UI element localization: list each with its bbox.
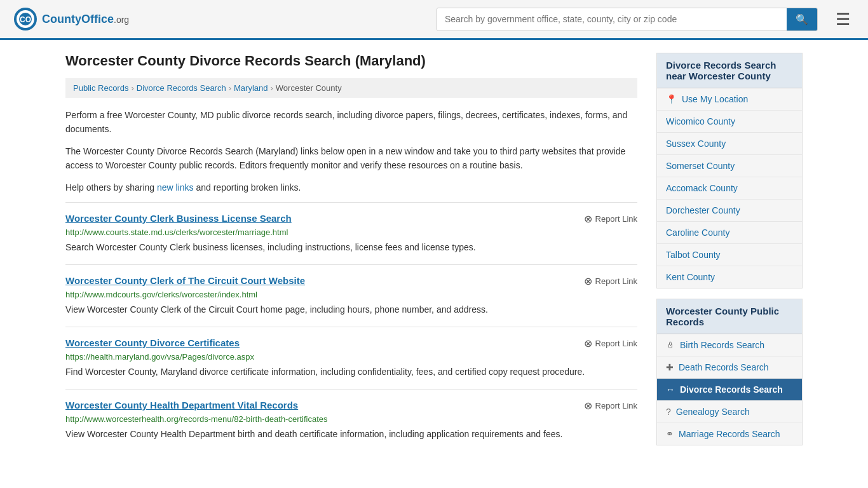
result-url-0[interactable]: http://www.courts.state.md.us/clerks/wor… [65,227,637,237]
public-records-item-0[interactable]: 🕯Birth Records Search [657,334,802,356]
report-icon: ⊗ [584,213,592,225]
pr-link-1[interactable]: Death Records Search [679,362,769,372]
public-records-item-2[interactable]: ↔Divorce Records Search [657,379,802,401]
nearby-link-5[interactable]: Dorchester County [666,205,740,215]
report-icon: ⊗ [584,275,592,287]
pr-link-3[interactable]: Genealogy Search [676,407,750,417]
intro-paragraph-2: The Worcester County Divorce Records Sea… [65,144,637,173]
result-item: Worcester County Clerk Business License … [65,202,637,264]
para3-prefix-text: Help others by sharing [65,182,157,193]
public-records-header: Worcester County Public Records [657,299,802,334]
result-title-0[interactable]: Worcester County Clerk Business License … [65,213,292,224]
nearby-section: Divorce Records Search near Worcester Co… [656,53,803,288]
report-link-3[interactable]: ⊗ Report Link [584,400,637,412]
result-desc-1: View Worcester County Clerk of the Circu… [65,303,637,316]
public-records-list: 🕯Birth Records Search✚Death Records Sear… [657,334,802,445]
pr-icon-3: ? [666,407,671,417]
nearby-header: Divorce Records Search near Worcester Co… [657,53,802,88]
breadcrumb-maryland[interactable]: Maryland [234,83,268,93]
result-desc-0: Search Worcester County Clerk business l… [65,241,637,254]
search-icon: 🔍 [796,14,808,25]
breadcrumb-current: Worcester County [276,83,342,93]
nearby-link-8[interactable]: Kent County [666,272,715,282]
sidebar: Divorce Records Search near Worcester Co… [656,53,803,456]
result-item: Worcester County Health Department Vital… [65,389,637,451]
svg-text:CO: CO [20,15,31,24]
result-title-1[interactable]: Worcester County Clerk of The Circuit Co… [65,275,305,286]
logo-wordmark: CountyOffice.org [42,13,129,26]
nearby-list: 📍Use My LocationWicomico CountySussex Co… [657,88,802,288]
nearby-item-7[interactable]: Talbot County [657,244,802,266]
search-bar: 🔍 [437,8,818,31]
pr-icon-2: ↔ [666,384,675,395]
nearby-item-1[interactable]: Wicomico County [657,111,802,133]
results-list: Worcester County Clerk Business License … [65,202,637,451]
public-records-item-4[interactable]: ⚭Marriage Records Search [657,423,802,445]
breadcrumb-divorce-records[interactable]: Divorce Records Search [137,83,226,93]
result-title-2[interactable]: Worcester County Divorce Certificates [65,337,240,348]
nearby-link-0[interactable]: Use My Location [682,94,748,104]
hamburger-menu-button[interactable]: ☰ [831,7,855,32]
header: CO CountyOffice.org 🔍 ☰ [0,0,868,40]
pr-icon-1: ✚ [666,362,674,372]
nearby-item-5[interactable]: Dorchester County [657,200,802,222]
nearby-link-3[interactable]: Somerset County [666,161,735,171]
logo-org-text: .org [114,15,129,25]
logo-county-office: CountyOffice [42,13,114,25]
report-icon: ⊗ [584,400,592,412]
report-label: Report Link [595,276,637,286]
nearby-item-0[interactable]: 📍Use My Location [657,88,802,111]
content-area: Worcester County Divorce Records Search … [65,53,637,456]
nearby-link-6[interactable]: Caroline County [666,227,729,238]
report-icon: ⊗ [584,337,592,349]
breadcrumb-sep-2: › [229,83,231,93]
report-link-0[interactable]: ⊗ Report Link [584,213,637,225]
public-records-item-3[interactable]: ?Genealogy Search [657,401,802,423]
result-title-3[interactable]: Worcester County Health Department Vital… [65,400,298,410]
breadcrumb-sep-3: › [270,83,273,93]
search-input[interactable] [437,8,787,30]
report-link-2[interactable]: ⊗ Report Link [584,337,637,349]
pr-icon-4: ⚭ [666,429,674,439]
intro-paragraph-3: Help others by sharing new links and rep… [65,180,637,194]
new-links-link[interactable]: new links [157,182,194,193]
report-label: Report Link [595,214,637,224]
result-url-1[interactable]: http://www.mdcourts.gov/clerks/worcester… [65,290,637,299]
nearby-item-3[interactable]: Somerset County [657,155,802,177]
nearby-item-4[interactable]: Accomack County [657,177,802,200]
breadcrumb-sep-1: › [131,83,133,93]
pr-icon-0: 🕯 [666,340,675,350]
result-item: Worcester County Clerk of The Circuit Co… [65,264,637,327]
result-url-2[interactable]: https://health.maryland.gov/vsa/Pages/di… [65,352,637,362]
nearby-link-2[interactable]: Sussex County [666,139,726,149]
search-button[interactable]: 🔍 [787,8,817,30]
location-icon: 📍 [666,94,677,104]
public-records-section: Worcester County Public Records 🕯Birth R… [656,299,803,445]
result-item: Worcester County Divorce Certificates ⊗ … [65,327,637,389]
nearby-item-2[interactable]: Sussex County [657,133,802,155]
report-link-1[interactable]: ⊗ Report Link [584,275,637,287]
breadcrumb-public-records[interactable]: Public Records [73,83,128,93]
logo[interactable]: CO CountyOffice.org [13,6,129,32]
nearby-item-6[interactable]: Caroline County [657,222,802,244]
result-url-3[interactable]: http://www.worcesterhealth.org/records-m… [65,414,637,424]
pr-link-2[interactable]: Divorce Records Search [680,384,783,395]
nearby-link-1[interactable]: Wicomico County [666,116,735,126]
para3-suffix-text: and reporting broken links. [194,182,301,193]
main-container: Worcester County Divorce Records Search … [53,40,815,468]
nearby-link-7[interactable]: Talbot County [666,250,721,260]
pr-link-4[interactable]: Marriage Records Search [679,429,780,439]
report-label: Report Link [595,401,637,410]
public-records-item-1[interactable]: ✚Death Records Search [657,356,802,379]
result-desc-3: View Worcester County Health Department … [65,428,637,441]
breadcrumb: Public Records › Divorce Records Search … [65,78,637,98]
nearby-item-8[interactable]: Kent County [657,266,802,288]
result-desc-2: Find Worcester County, Maryland divorce … [65,365,637,379]
intro-paragraph-1: Perform a free Worcester County, MD publ… [65,108,637,137]
nearby-link-4[interactable]: Accomack County [666,183,738,193]
logo-icon: CO [13,6,38,32]
page-title: Worcester County Divorce Records Search … [65,53,637,69]
pr-link-0[interactable]: Birth Records Search [680,340,764,350]
report-label: Report Link [595,339,637,348]
